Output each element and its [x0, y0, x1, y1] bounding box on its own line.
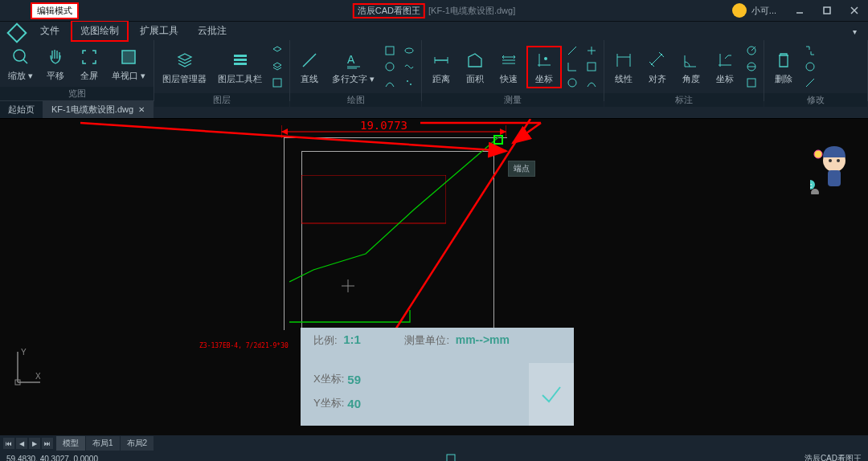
menu-view-draw[interactable]: 览图绘制: [71, 20, 129, 42]
modify-mini-3-icon[interactable]: [803, 75, 817, 90]
svg-rect-43: [747, 79, 755, 87]
nav-next-button[interactable]: ▶: [29, 438, 40, 449]
edit-mode-badge[interactable]: 编辑模式: [31, 2, 79, 19]
nav-prev-button[interactable]: ◀: [16, 438, 27, 449]
svg-rect-6: [122, 51, 135, 63]
app-logo-icon[interactable]: [6, 22, 27, 43]
mascot-icon[interactable]: C: [810, 143, 854, 194]
draw-mini-3-icon[interactable]: [383, 75, 397, 90]
angle-button[interactable]: 角度: [675, 47, 707, 87]
fullscreen-button[interactable]: 全屏: [73, 44, 105, 84]
tab-layout1[interactable]: 布局1: [86, 436, 120, 451]
menu-file[interactable]: 文件: [32, 22, 68, 40]
angle-label: 角度: [682, 73, 700, 85]
app-name: 浩辰CAD看图王: [353, 3, 425, 18]
maximize-button[interactable]: [813, 0, 841, 21]
minimize-button[interactable]: [786, 0, 813, 21]
modify-mini-2-icon[interactable]: [803, 59, 817, 74]
viewport-button[interactable]: 单视口 ▾: [107, 44, 150, 84]
draw-mini-6-icon[interactable]: [402, 75, 416, 90]
drawing-canvas[interactable]: 19.0773 端点 Z3-137EB-4, 7/2d21-9*30 比例:: [0, 119, 868, 435]
angle-icon: [680, 49, 702, 71]
x-coord-value: 59: [347, 373, 361, 386]
quick-icon: [497, 49, 520, 71]
ribbon-group-measure-label: 测量: [422, 93, 604, 107]
menu-extend-tools[interactable]: 扩展工具: [132, 22, 186, 40]
svg-text:A: A: [347, 53, 355, 66]
modify-mini-1-icon[interactable]: [803, 43, 817, 58]
measure-mini-3-icon[interactable]: [565, 75, 579, 90]
quick-button[interactable]: 快速: [493, 47, 525, 87]
annotate-mini-3-icon[interactable]: [744, 75, 759, 90]
zoom-button[interactable]: 缩放 ▾: [3, 44, 38, 84]
layer-mini-2-icon[interactable]: [270, 59, 285, 74]
measure-mini-1-icon[interactable]: [565, 43, 579, 58]
user-name[interactable]: 小可...: [751, 5, 776, 17]
svg-rect-9: [234, 63, 247, 65]
close-button[interactable]: [841, 0, 868, 21]
coord-button[interactable]: 坐标: [526, 46, 562, 88]
measure-mini-5-icon[interactable]: [584, 59, 599, 74]
measure-mini-2-icon[interactable]: [565, 59, 579, 74]
aligned-icon: [646, 49, 669, 71]
status-icon[interactable]: [446, 454, 456, 461]
draw-mini-1-icon[interactable]: [383, 43, 397, 58]
area-icon: [464, 49, 486, 71]
measure-mini-4-icon[interactable]: [584, 43, 599, 58]
svg-line-5: [23, 59, 27, 63]
svg-point-17: [405, 48, 413, 53]
mtext-button[interactable]: A 多行文字 ▾: [327, 47, 379, 87]
layer-mini-1-icon[interactable]: [270, 43, 285, 58]
snap-marker-icon: [493, 135, 503, 145]
ribbon-group-measure: 距离 面积 快速 坐标: [422, 40, 604, 100]
pan-icon: [44, 46, 67, 68]
layer-toolbar-button[interactable]: 图层工具栏: [213, 47, 267, 87]
svg-point-64: [814, 150, 822, 158]
pan-button[interactable]: 平移: [39, 44, 72, 84]
user-avatar-icon[interactable]: [732, 3, 747, 18]
annotate-mini-1-icon[interactable]: [744, 43, 759, 58]
tab-model[interactable]: 模型: [56, 436, 85, 451]
svg-point-4: [14, 50, 25, 61]
nav-first-button[interactable]: ⏮: [3, 438, 14, 449]
menu-cloud-annotate[interactable]: 云批注: [190, 22, 235, 40]
svg-point-61: [829, 159, 832, 162]
confirm-button[interactable]: [529, 363, 574, 426]
svg-point-62: [837, 159, 840, 162]
svg-line-53: [513, 123, 541, 143]
measure-mini-6-icon[interactable]: [584, 75, 599, 90]
distance-button[interactable]: 距离: [425, 47, 457, 87]
menu-caret-icon[interactable]: ▾: [847, 24, 862, 39]
svg-line-11: [303, 54, 316, 67]
annotate-mini-2-icon[interactable]: [744, 59, 759, 74]
svg-rect-30: [588, 63, 596, 71]
line-icon: [298, 49, 321, 71]
coord2-icon: [714, 49, 736, 71]
aligned-button[interactable]: 对齐: [641, 47, 674, 87]
area-button[interactable]: 面积: [459, 47, 491, 87]
delete-button[interactable]: 删除: [768, 47, 800, 87]
nav-last-button[interactable]: ⏭: [42, 438, 53, 449]
tab-current[interactable]: KF-1电缆敷设图.dwg✕: [43, 101, 154, 118]
linear-button[interactable]: 线性: [608, 47, 640, 87]
unit-label: 测量单位:: [404, 334, 449, 346]
aligned-label: 对齐: [649, 73, 666, 85]
file-name: [KF-1电缆敷设图.dwg]: [428, 5, 515, 17]
tab-start[interactable]: 起始页: [0, 101, 43, 118]
layer-mini-3-icon[interactable]: [270, 75, 285, 90]
ribbon: 缩放 ▾ 平移 全屏 单视口 ▾ 览图 图层管理器: [0, 40, 868, 101]
layer-toolbar-icon: [229, 49, 252, 71]
coord2-label: 坐标: [716, 73, 734, 85]
y-coord-label: Y坐标:: [313, 396, 344, 410]
draw-mini-5-icon[interactable]: [402, 59, 416, 74]
draw-mini-2-icon[interactable]: [383, 59, 397, 74]
coord2-button[interactable]: 坐标: [709, 47, 741, 87]
close-icon[interactable]: ✕: [138, 105, 145, 114]
titlebar: 编辑模式 浩辰CAD看图王 [KF-1电缆敷设图.dwg] 小可...: [0, 0, 868, 21]
tab-layout2[interactable]: 布局2: [121, 436, 154, 451]
svg-point-18: [407, 80, 408, 82]
crosshair-cursor-icon: [342, 279, 354, 292]
draw-mini-4-icon[interactable]: [402, 43, 416, 58]
line-button[interactable]: 直线: [293, 47, 326, 87]
layer-manager-button[interactable]: 图层管理器: [158, 47, 211, 87]
